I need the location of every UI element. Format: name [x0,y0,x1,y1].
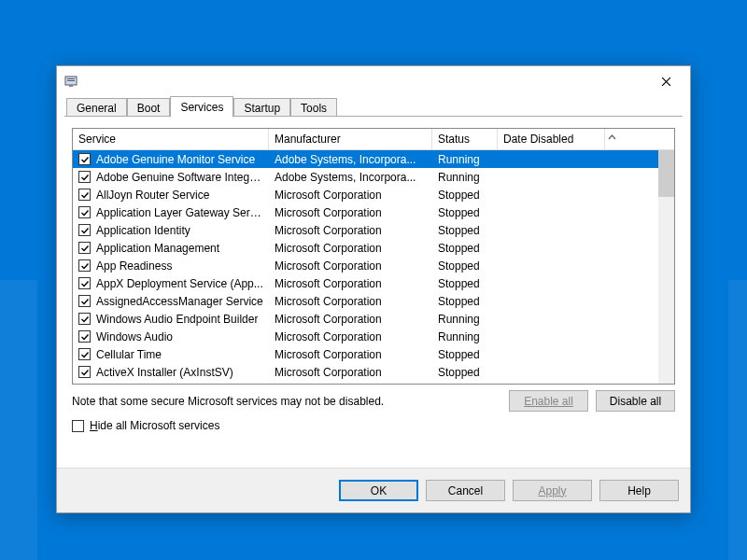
table-row[interactable]: Application IdentityMicrosoft Corporatio… [73,221,658,239]
table-row[interactable]: App ReadinessMicrosoft CorporationStoppe… [73,257,658,274]
service-name: Windows Audio Endpoint Builder [96,313,258,326]
column-date-disabled[interactable]: Date Disabled [498,129,605,149]
service-status: Stopped [432,348,498,361]
service-checkbox[interactable] [78,259,91,272]
table-row[interactable]: Application Layer Gateway ServiceMicroso… [73,203,658,221]
service-status: Stopped [432,224,498,237]
listview-body: Adobe Genuine Monitor ServiceAdobe Syste… [73,150,674,384]
disable-all-button[interactable]: Disable all [596,390,675,412]
service-name: ActiveX Installer (AxInstSV) [96,366,233,379]
service-status: Running [432,171,498,184]
service-checkbox[interactable] [78,224,91,236]
service-manufacturer: Microsoft Corporation [269,313,432,326]
note-text: Note that some secure Microsoft services… [72,395,501,408]
service-checkbox[interactable] [78,189,91,201]
table-row[interactable]: AssignedAccessManager ServiceMicrosoft C… [73,292,658,310]
service-status: Stopped [432,242,498,255]
chevron-up-icon [608,133,616,142]
table-row[interactable]: Windows AudioMicrosoft CorporationRunnin… [73,328,658,345]
column-manufacturer[interactable]: Manufacturer [269,129,432,149]
close-icon [661,77,671,87]
table-row[interactable]: ActiveX Installer (AxInstSV)Microsoft Co… [73,363,658,381]
hide-microsoft-label[interactable]: Hide all Microsoft services [90,419,219,432]
service-status: Running [432,153,498,166]
service-manufacturer: Microsoft Corporation [269,206,432,219]
hide-microsoft-checkbox[interactable] [72,420,84,432]
service-status: Stopped [432,277,498,290]
service-name: Application Management [96,242,219,255]
tab-general[interactable]: General [66,98,127,117]
service-name: AppX Deployment Service (App... [96,277,263,290]
service-checkbox[interactable] [78,348,91,360]
service-name: Application Identity [96,224,190,237]
service-manufacturer: Microsoft Corporation [269,189,432,202]
apply-button[interactable]: Apply [513,480,592,501]
service-name: Cellular Time [96,348,162,361]
service-name: Adobe Genuine Monitor Service [96,153,255,166]
service-checkbox[interactable] [78,206,91,218]
service-checkbox[interactable] [78,242,91,254]
service-name: AssignedAccessManager Service [96,295,263,308]
service-checkbox[interactable] [78,295,91,307]
service-manufacturer: Microsoft Corporation [269,224,432,237]
svg-rect-3 [69,85,73,87]
enable-all-label: Enable all [524,395,573,408]
service-checkbox[interactable] [78,277,91,289]
cancel-button[interactable]: Cancel [426,480,505,501]
service-checkbox[interactable] [78,171,91,183]
service-checkbox[interactable] [78,313,91,325]
tab-services[interactable]: Services [170,96,233,118]
table-row[interactable]: Windows Audio Endpoint BuilderMicrosoft … [73,310,658,328]
column-status[interactable]: Status [432,129,498,149]
service-manufacturer: Microsoft Corporation [269,366,432,379]
column-service[interactable]: Service [73,129,269,149]
service-status: Running [432,313,498,326]
desktop-decoration [0,280,37,560]
table-row[interactable]: Cellular TimeMicrosoft CorporationStoppe… [73,345,658,363]
service-manufacturer: Adobe Systems, Incorpora... [269,153,432,166]
service-status: Running [432,330,498,343]
tab-startup[interactable]: Startup [233,98,290,117]
service-manufacturer: Microsoft Corporation [269,348,432,361]
service-name: Application Layer Gateway Service [96,206,263,219]
service-manufacturer: Microsoft Corporation [269,295,432,308]
tabstrip: General Boot Services Startup Tools [57,96,690,117]
svg-rect-1 [67,78,75,79]
services-listview[interactable]: Service Manufacturer Status Date Disable… [72,128,675,385]
service-name: AllJoyn Router Service [96,189,209,202]
disable-all-label: Disable all [610,395,661,408]
tab-boot[interactable]: Boot [127,98,171,117]
service-manufacturer: Microsoft Corporation [269,259,432,273]
listview-header: Service Manufacturer Status Date Disable… [73,129,674,150]
service-name: Adobe Genuine Software Integri... [96,171,263,184]
scrollbar-thumb[interactable] [658,150,674,197]
service-status: Stopped [432,259,498,273]
help-button[interactable]: Help [599,480,679,501]
table-row[interactable]: AppX Deployment Service (App...Microsoft… [73,274,658,292]
service-checkbox[interactable] [78,366,91,378]
service-name: App Readiness [96,259,172,273]
app-icon [64,74,79,89]
note-row: Note that some secure Microsoft services… [72,385,675,415]
table-row[interactable]: Adobe Genuine Monitor ServiceAdobe Syste… [73,150,658,168]
service-checkbox[interactable] [78,153,91,165]
service-status: Stopped [432,189,498,202]
table-row[interactable]: AllJoyn Router ServiceMicrosoft Corporat… [73,186,658,203]
msconfig-window: General Boot Services Startup Tools Serv… [56,65,691,513]
service-manufacturer: Microsoft Corporation [269,242,432,255]
vertical-scrollbar[interactable] [658,150,674,384]
close-button[interactable] [645,67,686,95]
desktop-decoration [728,280,747,560]
service-name: Windows Audio [96,330,173,343]
service-status: Stopped [432,295,498,308]
service-status: Stopped [432,206,498,219]
service-checkbox[interactable] [78,330,91,343]
table-row[interactable]: Adobe Genuine Software Integri...Adobe S… [73,168,658,186]
tab-tools[interactable]: Tools [290,98,337,117]
enable-all-button[interactable]: Enable all [509,390,588,412]
tab-content-services: Service Manufacturer Status Date Disable… [57,117,690,468]
service-manufacturer: Microsoft Corporation [269,330,432,343]
service-manufacturer: Adobe Systems, Incorpora... [269,171,432,184]
ok-button[interactable]: OK [339,480,418,501]
table-row[interactable]: Application ManagementMicrosoft Corporat… [73,239,658,257]
